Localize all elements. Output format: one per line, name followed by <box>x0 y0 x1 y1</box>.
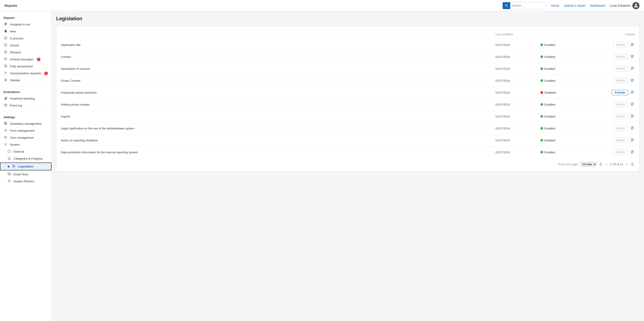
sidebar-item-event-log[interactable]: Event log <box>0 102 52 109</box>
cell-actions: Disable <box>590 137 635 143</box>
table-row: Frequently asked questions 01/07/2024 Di… <box>61 87 635 99</box>
active-dot <box>8 166 10 168</box>
cell-date: 01/07/2024 <box>496 127 540 130</box>
sidebar-label-subsidiary: Subsidiary management <box>10 122 41 125</box>
sidebar-item-fully-anonymized[interactable]: Fully anonymized <box>0 63 52 70</box>
disable-button[interactable]: Disable <box>613 66 628 71</box>
edit-button[interactable] <box>630 114 635 119</box>
trash-icon <box>4 78 8 82</box>
cell-status: Enabled <box>540 139 590 142</box>
sidebar-item-categories-progress[interactable]: Categories & Progress <box>0 155 52 162</box>
nav-home[interactable]: Home <box>551 4 559 8</box>
sidebar-item-form-mgmt[interactable]: Form management <box>0 127 52 134</box>
sidebar-item-assigned-to-me[interactable]: Assigned to me <box>0 21 52 28</box>
sidebar-item-system[interactable]: System <box>0 141 52 148</box>
sidebar-label-graphical: Graphical reporting <box>10 97 35 100</box>
sidebar-item-subsidiary-mgmt[interactable]: Subsidiary management <box>0 120 52 127</box>
sidebar-item-closed[interactable]: Closed <box>0 42 52 49</box>
status-dot <box>540 151 543 153</box>
play-icon <box>4 37 8 40</box>
sidebar-item-legislation[interactable]: Legislation <box>0 163 52 171</box>
main-content: Legislation Last modified Actions Applic… <box>52 11 644 321</box>
status-dot <box>540 44 543 46</box>
disable-button[interactable]: Disable <box>613 42 628 48</box>
disable-button[interactable]: Disable <box>613 54 628 59</box>
edit-button[interactable] <box>630 150 635 155</box>
search-input[interactable] <box>510 2 546 9</box>
edit-button[interactable] <box>630 126 635 131</box>
cell-actions: Disable <box>590 54 635 59</box>
check-circle-icon <box>4 44 8 47</box>
sidebar-item-in-process[interactable]: In process <box>0 35 52 42</box>
disable-button[interactable]: Disable <box>613 102 628 107</box>
cell-name: Legal clarification on the use of the wh… <box>61 127 496 130</box>
disable-button[interactable]: Disable <box>613 126 628 131</box>
pagination-info: 1-10 of 11 <box>610 163 623 166</box>
app-header: Reports Home Submit a report Dashboard L… <box>0 0 644 11</box>
activate-button[interactable]: Activate <box>612 90 628 95</box>
sidebar-item-refused[interactable]: Refused <box>0 49 52 56</box>
status-dot <box>540 79 543 82</box>
table-header: Last modified Actions <box>61 31 635 39</box>
cell-date: 01/07/2024 <box>496 79 540 82</box>
user-menu[interactable]: Luna Schwerin <box>610 2 640 9</box>
svg-rect-12 <box>4 98 5 99</box>
sidebar-section-reports: Reports <box>0 14 52 21</box>
sidebar-item-unread-messages[interactable]: Unread messages 2 <box>0 56 52 63</box>
user-name: Luna Schwerin <box>610 4 630 8</box>
edit-button[interactable] <box>630 66 635 71</box>
edit-button[interactable] <box>630 90 635 95</box>
edit-button[interactable] <box>630 138 635 143</box>
svg-rect-4 <box>4 25 6 25</box>
sidebar-label-legislation: Legislation <box>18 165 34 168</box>
sidebar-item-email-texts[interactable]: Email Texts <box>0 171 52 178</box>
sidebar-item-graphical-reporting[interactable]: Graphical reporting <box>0 95 52 102</box>
status-dot <box>540 67 543 70</box>
rows-per-page-select[interactable]: 10 rows 25 rows 50 rows <box>580 162 596 167</box>
cell-name: Contact <box>61 55 496 59</box>
cell-status: Enabled <box>540 115 590 118</box>
prev-page-button[interactable]: ‹ <box>605 162 608 167</box>
sidebar-item-deleted[interactable]: Deleted <box>0 77 52 84</box>
last-page-button[interactable]: |⟩ <box>630 162 635 167</box>
pagination: Rows per page: 10 rows 25 rows 50 rows ⟨… <box>61 162 635 167</box>
edit-button[interactable] <box>630 54 635 59</box>
status-dot <box>540 103 543 106</box>
disable-button[interactable]: Disable <box>613 78 628 83</box>
svg-point-7 <box>4 44 7 46</box>
table-row: Contact 01/07/2024 Enabled Disable <box>61 51 635 63</box>
sidebar-section-settings: Settings <box>0 113 52 120</box>
sidebar-item-new[interactable]: New <box>0 28 52 35</box>
unread-badge: 2 <box>37 58 40 61</box>
next-page-button[interactable]: › <box>625 162 628 167</box>
search-button[interactable] <box>503 2 510 9</box>
sidebar-item-anonymization-requests[interactable]: Anonymization requests 1 <box>0 70 52 77</box>
cell-name: Frequently asked questions <box>61 91 496 94</box>
nav-submit-report[interactable]: Submit a report <box>564 4 585 8</box>
search-bar <box>502 2 546 9</box>
edit-button[interactable] <box>630 78 635 83</box>
anonymous-icon <box>4 64 8 68</box>
status-label: Enabled <box>544 139 555 142</box>
disable-button[interactable]: Disable <box>613 137 628 143</box>
cell-name: Application title <box>61 43 496 47</box>
nav-dashboard[interactable]: Dashboard <box>590 4 605 8</box>
status-dot <box>540 91 543 94</box>
status-label: Enabled <box>544 115 555 118</box>
sidebar-item-user-mgmt[interactable]: User management <box>0 134 52 141</box>
table-row: Hotline phone number 01/07/2024 Enabled … <box>61 99 635 110</box>
anon-request-icon <box>4 71 8 75</box>
disable-button[interactable]: Disable <box>613 149 628 155</box>
first-page-button[interactable]: ⟨| <box>598 162 603 167</box>
sidebar-item-general[interactable]: General <box>0 148 52 155</box>
edit-button[interactable] <box>630 42 635 47</box>
sidebar-label-assigned: Assigned to me <box>10 23 30 26</box>
sidebar-item-system-restore[interactable]: System Restore <box>0 178 52 185</box>
sidebar-label-general: General <box>14 150 24 153</box>
cell-date: 01/07/2024 <box>496 150 540 154</box>
categories-icon <box>7 157 11 160</box>
svg-rect-28 <box>8 150 10 153</box>
edit-button[interactable] <box>630 102 635 107</box>
new-doc-icon <box>4 30 8 33</box>
disable-button[interactable]: Disable <box>613 114 628 119</box>
